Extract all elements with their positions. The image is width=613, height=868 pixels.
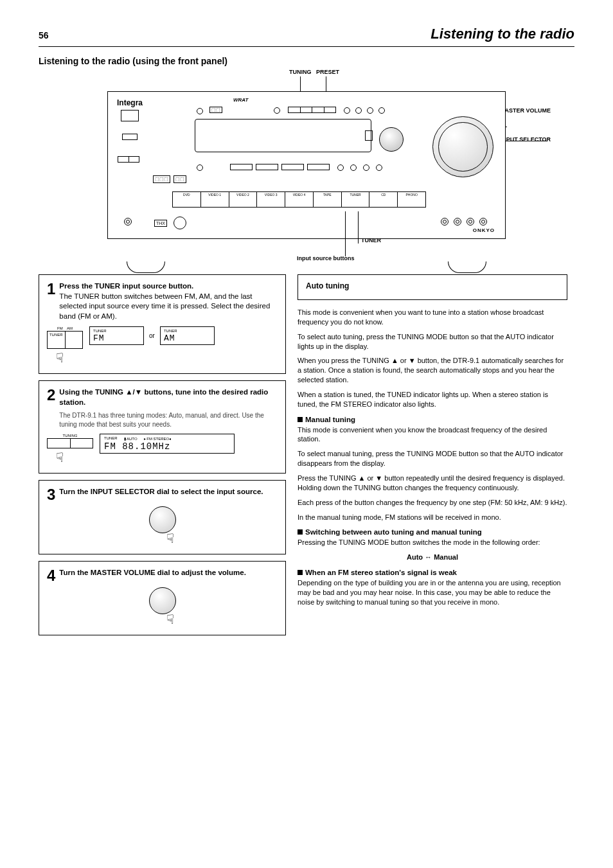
standby-button xyxy=(122,134,138,140)
sel-button xyxy=(256,164,278,170)
manual-tuning-para: Each press of the button changes the fre… xyxy=(298,498,567,508)
label-tuning: TUNING PRESET xyxy=(289,69,339,75)
display-panel xyxy=(195,119,371,152)
indicator-dot xyxy=(197,164,203,171)
phones-jack xyxy=(124,218,132,226)
tuning-preset-buttons xyxy=(288,107,336,113)
master-volume-knob xyxy=(432,116,493,177)
auto-tuning-heading: Auto tuning xyxy=(306,281,559,290)
sel-button xyxy=(281,164,304,170)
section-heading: Listening to the radio (using the front … xyxy=(39,56,574,66)
hand-icon: ☟ xyxy=(56,350,83,366)
hand-icon: ☟ xyxy=(166,612,174,627)
label-tuner-button: TUNER xyxy=(361,237,381,244)
or-label: or xyxy=(149,332,155,339)
weak-signal-para: Depending on the type of building you ar… xyxy=(298,578,567,607)
surround-mode-icon: ⬚⬚ xyxy=(209,107,222,113)
tuner-button-illus: TUNER xyxy=(47,331,83,349)
indicator-dot xyxy=(274,107,280,114)
step-text: Turn the INPUT SELECTOR dial to select t… xyxy=(59,487,263,502)
indicator-dot xyxy=(376,164,382,171)
indicator-dot xyxy=(337,164,344,171)
indicator-dot xyxy=(367,107,373,114)
switch-para: Pressing the TUNING MODE button switches… xyxy=(298,538,567,547)
step-text: Using the TUNING ▲/▼ buttons, tune into … xyxy=(59,387,278,429)
step-1-box: 1 Press the TUNER input source button. T… xyxy=(39,274,286,374)
speaker-ab-button xyxy=(118,156,139,163)
button-caption: TUNING xyxy=(47,434,93,438)
indicator-dot xyxy=(363,164,369,171)
step-2-box: 2 Using the TUNING ▲/▼ buttons, tune int… xyxy=(39,380,286,474)
step-number: 4 xyxy=(47,568,55,583)
auto-tuning-box: Auto tuning xyxy=(298,274,567,300)
av-jack xyxy=(466,218,474,226)
brand-logo: Integra xyxy=(117,98,143,107)
sel-button xyxy=(307,164,330,170)
weak-signal-heading: When an FM stereo station's signal is we… xyxy=(298,569,567,576)
step-text: Press the TUNER input source button. The… xyxy=(59,281,278,321)
indicator-dot xyxy=(344,107,350,114)
page-title: Listening to the radio xyxy=(431,26,574,42)
auto-tuning-para: When a station is tuned, the TUNED indic… xyxy=(298,390,567,409)
av-jack xyxy=(479,218,487,226)
label-master-volume: MASTER VOLUME xyxy=(500,107,551,114)
label-input-selector: INPUT SELECTOR xyxy=(501,136,551,143)
indicator-dot xyxy=(350,164,357,171)
av-jack xyxy=(454,218,461,226)
wrat-label: WRAT xyxy=(233,97,248,103)
info-column: Auto tuning This mode is convenient when… xyxy=(298,274,567,612)
hand-icon: ☟ xyxy=(166,531,174,546)
label-input-source-buttons: Input source buttons xyxy=(297,255,355,261)
auto-tuning-para: This mode is convenient when you want to… xyxy=(298,308,567,327)
page-number: 56 xyxy=(39,30,49,40)
manual-tuning-para: Press the TUNING ▲ or ▼ button repeatedl… xyxy=(298,474,567,493)
switch-cycle: Auto ↔ Manual xyxy=(298,553,567,562)
display-tuned: TUNER▮ AUTO▸ FM STEREO◂ FM 88.10MHz xyxy=(100,434,235,454)
indicator-dot xyxy=(197,108,203,114)
step-number: 3 xyxy=(47,487,55,502)
master-volume-illus xyxy=(149,587,176,614)
power-switch xyxy=(121,110,139,121)
setup-dial xyxy=(173,217,186,229)
divider xyxy=(39,46,574,47)
dts-icon: ⬚⬚⬚ xyxy=(153,175,170,183)
step-hint: The DTR-9.1 has three tuning modes: Auto… xyxy=(59,411,278,429)
dolby-icon: ⬚⬚ xyxy=(173,175,186,183)
manual-tuning-para: To select manual tuning, press the TUNIN… xyxy=(298,449,567,468)
input-selector-illus xyxy=(149,506,176,533)
indicator-dot xyxy=(355,107,362,114)
auto-tuning-para: To select auto tuning, press the TUNING … xyxy=(298,332,567,351)
receiver-foot xyxy=(448,261,486,273)
sel-button xyxy=(230,164,253,170)
manual-tuning-para: This mode is convenient when you know th… xyxy=(298,425,567,445)
display-fm: TUNER FM xyxy=(89,326,144,345)
indicator-dot xyxy=(378,107,385,114)
receiver-diagram: TUNING PRESET MASTER VOLUME INPUT SELECT… xyxy=(107,69,506,261)
input-selector-knob xyxy=(379,127,404,152)
tuning-button-illus xyxy=(47,438,93,448)
steps-column: 1 Press the TUNER input source button. T… xyxy=(39,274,286,642)
thx-icon: THX xyxy=(154,220,167,227)
auto-tuning-para: When you press the TUNING ▲ or ▼ button,… xyxy=(298,356,567,385)
button-caption: FM AM xyxy=(47,326,83,331)
display-am: TUNER AM xyxy=(160,326,215,345)
step-4-box: 4 Turn the MASTER VOLUME dial to adjust … xyxy=(39,561,286,635)
manual-tuning-para: In the manual tuning mode, FM stations w… xyxy=(298,513,567,522)
manual-tuning-heading: Manual tuning xyxy=(298,416,567,423)
step-3-box: 3 Turn the INPUT SELECTOR dial to select… xyxy=(39,480,286,554)
onkyo-brand: ONKYO xyxy=(473,227,495,233)
step-number: 1 xyxy=(47,281,55,321)
receiver-foot xyxy=(127,261,165,273)
input-source-row: DVD VIDEO 1 VIDEO 2 VIDEO 3 VIDEO 4 TAPE… xyxy=(172,191,426,208)
hand-icon: ☟ xyxy=(56,450,93,465)
step-number: 2 xyxy=(47,387,55,429)
av-jack xyxy=(441,218,449,226)
switch-heading: Switching between auto tuning and manual… xyxy=(298,528,567,536)
memory-slot xyxy=(365,130,373,141)
step-text: Turn the MASTER VOLUME dial to adjust th… xyxy=(59,568,246,583)
